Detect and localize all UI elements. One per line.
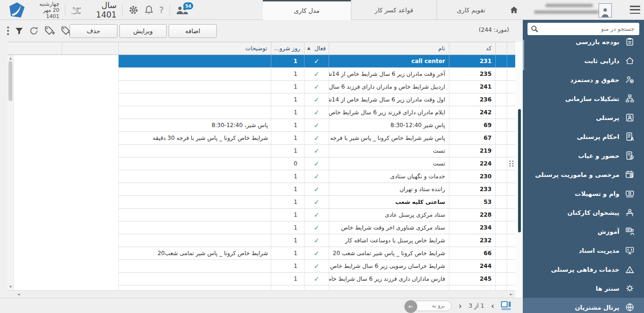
table-row[interactable]: 234ستاد مرکزی شناوری اخر وقت شرایط خاص✓1 (118, 221, 515, 234)
cell-spacer (495, 81, 507, 93)
sidebar-item-attendance[interactable]: حضور و غیاب (523, 146, 644, 165)
header-notes[interactable]: توضیحات (118, 42, 271, 55)
cell-row-handle (507, 183, 515, 195)
table-row[interactable]: 232شرایط خاص پرسنل با دوساعت اضافه کار✓1 (118, 234, 515, 247)
goto-page-button[interactable]: ← (403, 299, 418, 313)
personnel-decrees-icon (625, 132, 635, 141)
next-page-button[interactable]: › (490, 302, 495, 310)
sidebar-item-employee-desk[interactable]: پیشخوان کارکنان (523, 203, 644, 222)
tab-work-calendar[interactable]: تقویم کاری (437, 0, 505, 20)
table-row[interactable]: 228ستاد مرکزی پرسنل عادی✓1 (118, 209, 515, 221)
online-users-button[interactable]: 54 (176, 6, 188, 15)
active-check-icon: ✓ (314, 185, 320, 193)
cell-row-handle (507, 273, 515, 285)
scroll-left-icon[interactable]: ◄ (17, 292, 20, 296)
cell-spacer (495, 132, 507, 144)
help-button[interactable]: ? (159, 5, 164, 15)
cell-code: 53 (449, 196, 495, 208)
cell-code: 69 (449, 119, 495, 131)
menu-search-input[interactable] (528, 23, 639, 35)
sidebar-item-label: پرتال مشتریان (575, 304, 619, 311)
sidebar-item-leave-mission[interactable]: مرخصی و ماموریت پرسنلی (523, 165, 644, 184)
row-drag-handle-icon[interactable] (509, 160, 514, 167)
horizontal-scrollbar[interactable]: ◄ ► (8, 290, 515, 298)
sidebar-item-personnel-decrees[interactable]: احکام پرسنلی (523, 127, 644, 146)
header-start-day[interactable]: روز شرو... (271, 42, 304, 55)
header-active[interactable]: فعال ▲ (304, 42, 329, 55)
prev-page-button[interactable]: ‹ (457, 302, 463, 310)
tab-work-deduction-rules[interactable]: قواعد کسر کار (351, 0, 437, 20)
edit-button[interactable]: ویرایش (119, 24, 167, 38)
sidebar-item-payroll[interactable]: حقوق و دستمزد (523, 70, 644, 89)
active-check-icon: ✓ (314, 109, 320, 116)
sidebar-item-document-management[interactable]: مدیریت اسناد (523, 241, 644, 260)
sidebar-item-fixed-assets[interactable]: دارایی ثابت (523, 51, 644, 70)
loans-icon (625, 189, 635, 198)
settings-button[interactable] (128, 5, 139, 15)
refresh-button[interactable] (29, 26, 39, 36)
header-code[interactable]: کد (449, 42, 495, 55)
scroll-down-icon[interactable]: ▼ (8, 285, 14, 289)
more-options-button[interactable] (7, 26, 9, 36)
table-row[interactable]: 66شرایط خاص کرونا _ پاس شیر تمامی شعب 20… (118, 247, 515, 260)
cell-notes (118, 68, 271, 80)
sidebar-item-personnel[interactable]: پرسنلی (523, 108, 644, 127)
kebab-icon (7, 26, 9, 36)
cell-start-day: 1 (271, 260, 304, 272)
tab-work-model[interactable]: مدل کاری (263, 0, 351, 20)
sidebar-scrollbar-thumb[interactable] (523, 40, 524, 70)
add-button[interactable]: اضافه (169, 24, 217, 38)
active-check-icon: ✓ (314, 262, 320, 270)
active-check-icon: ✓ (314, 198, 320, 206)
table-row[interactable]: 230خدمات و نگهبان ستادی✓1 (118, 170, 515, 183)
notifications-button[interactable] (144, 5, 153, 15)
table-row[interactable]: 67پاس شیر شرایط خاص کرونا _ پاس شیر با ف… (118, 132, 515, 145)
table-row[interactable]: 224تست✓0 (118, 157, 515, 170)
user-avatar[interactable] (599, 3, 612, 18)
panel-layout-icon (501, 301, 511, 310)
cell-notes (118, 221, 271, 234)
table-row[interactable]: 53ساعتی کلیه شعب✓1 (118, 196, 515, 209)
cell-start-day: 1 (271, 55, 304, 67)
table-row[interactable]: 241اردبیل شرایط خاص و مادران دارای فرزند… (118, 81, 515, 93)
add-tag-button[interactable] (44, 26, 55, 36)
home-tab[interactable] (505, 0, 523, 20)
bell-icon (144, 5, 153, 15)
header-name[interactable]: نام (329, 42, 449, 55)
cell-active: ✓ (304, 170, 329, 183)
filter-button[interactable] (15, 27, 24, 36)
table-row[interactable]: 245فارس ماداران داری فرزند زیر 6 سال شرا… (118, 273, 515, 285)
org-structure-icon (625, 94, 635, 103)
delete-button[interactable]: حذف (70, 24, 117, 38)
toggle-side-panel-button[interactable] (501, 301, 511, 310)
vertical-scrollbar[interactable]: ▲ ▼ (8, 55, 14, 290)
sidebar-item-customers-portal[interactable]: پرتال مشتریان (523, 298, 644, 313)
cell-spacer (495, 234, 507, 247)
scroll-up-icon[interactable]: ▲ (8, 56, 14, 60)
header-filler (8, 42, 62, 55)
table-row[interactable]: 69پاس شیر 12:40-8:30✓1پاس شیر، 12:40-8:3… (118, 119, 515, 132)
sidebar-item-label: بودجه بازرسی (576, 38, 619, 46)
top-bar: 54 ? سال 1401 دوره ما (0, 0, 644, 20)
table-row[interactable]: 233راننده ستاد و تهران✓1 (118, 183, 515, 196)
sidebar-item-loans[interactable]: وام و تسهیلات (523, 184, 644, 203)
cell-name: ساعتی کلیه شعب (329, 196, 449, 208)
weekday-label: چهارشنبه (39, 1, 59, 7)
table-row[interactable]: 236اول وقت مادران زیر 6 سال شرایط خاص از… (118, 93, 515, 106)
table-row[interactable]: 244شرایط خراسان رضویی زیر 6 سال شرایط خا… (118, 260, 515, 273)
sidebar-item-welfare-services[interactable]: خدمات رفاهی پرسنلی (523, 260, 644, 279)
cell-active: ✓ (304, 183, 329, 195)
cell-spacer (495, 93, 507, 106)
scrollbar-thumb[interactable] (9, 61, 12, 101)
table-row[interactable]: 231call center✓1 (118, 55, 515, 68)
scroll-right-icon[interactable]: ► (510, 292, 513, 296)
cell-row-handle (507, 234, 515, 247)
table-row[interactable]: 219تست✓1 (118, 145, 515, 157)
table-row[interactable]: 235آخر وقت مادران زیر 6 سال شرایط خاص از… (118, 68, 515, 81)
sidebar-item-org-structure[interactable]: تشکیلات سازمانی (523, 89, 644, 108)
table-row[interactable]: 242ایلام مادران دارای فرزند زیر 6 سال شر… (118, 106, 515, 119)
outer-scrollbar-thumb[interactable] (518, 109, 521, 232)
sidebar-item-training[interactable]: آموزش (523, 222, 644, 241)
hamburger-menu-button[interactable] (630, 6, 640, 14)
sidebar-item-centers[interactable]: سنتر ها (523, 279, 644, 298)
